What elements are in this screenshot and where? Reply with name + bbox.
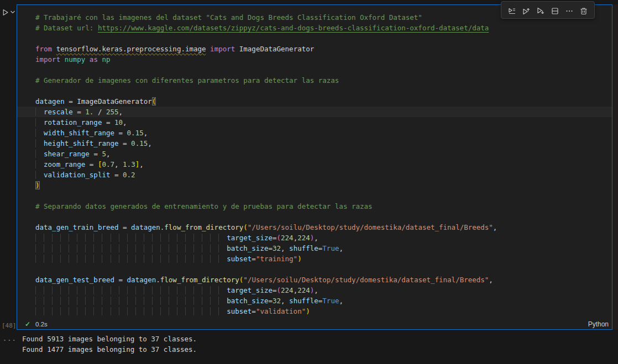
code-editor[interactable]: # Trabajaré con las imagenes del dataset…	[17, 5, 612, 319]
code-line[interactable]: subset="validation")	[17, 306, 612, 316]
notebook-cell: # Trabajaré con las imagenes del dataset…	[17, 4, 612, 330]
code-line[interactable]: datagen = ImageDataGenerator(	[17, 96, 612, 107]
code-line[interactable]: data_gen_test_breed = datagen.flow_from_…	[17, 275, 612, 285]
code-line[interactable]: # Dataset url: https://www.kaggle.com/da…	[17, 23, 612, 33]
output-line: Found 1477 images belonging to 37 classe…	[22, 344, 197, 355]
run-cell-button[interactable]	[1, 7, 17, 18]
code-line[interactable]: shear_range = 5,	[17, 149, 612, 159]
code-line[interactable]	[17, 86, 612, 96]
cell-status-bar: ✓ 0.2s Python	[17, 319, 612, 329]
code-line[interactable]: target_size=(224,224),	[17, 233, 612, 243]
chevron-down-icon[interactable]	[10, 9, 15, 15]
notebook-editor: # Trabajaré con las imagenes del dataset…	[0, 0, 618, 364]
language-picker[interactable]: Python	[588, 320, 609, 328]
code-line[interactable]: batch_size=32, shuffle=True,	[17, 296, 612, 306]
code-line[interactable]: from tensorflow.keras.preprocessing.imag…	[17, 44, 612, 54]
code-line[interactable]: target_size=(224,224),	[17, 285, 612, 296]
code-line[interactable]: rotation_range = 10,	[17, 117, 612, 128]
code-line[interactable]: validation_split = 0.2	[17, 170, 612, 180]
code-line[interactable]	[17, 191, 612, 201]
code-lines: # Trabajaré con las imagenes del dataset…	[17, 12, 612, 316]
code-line[interactable]	[17, 264, 612, 275]
code-line[interactable]: zoom_range = [0.7, 1.3],	[17, 159, 612, 170]
execution-duration: 0.2s	[35, 321, 48, 328]
code-line[interactable]: )	[17, 180, 612, 191]
code-line[interactable]	[17, 65, 612, 75]
run-cell-play-icon	[1, 8, 9, 17]
code-line[interactable]: batch_size=32, shuffle=True,	[17, 243, 612, 254]
check-icon: ✓	[25, 320, 30, 328]
scrollbar[interactable]	[613, 4, 618, 330]
code-line[interactable]: # Trabajaré con las imagenes del dataset…	[17, 12, 612, 23]
output-line: Found 5913 images belonging to 37 classe…	[22, 334, 197, 344]
code-line[interactable]	[17, 212, 612, 222]
code-line[interactable]	[17, 33, 612, 44]
output-collapse-button[interactable]: ...	[3, 335, 17, 342]
code-line[interactable]: subset="training")	[17, 254, 612, 264]
output-lines: Found 5913 images belonging to 37 classe…	[22, 334, 197, 355]
execution-count: [48]	[2, 322, 17, 329]
code-line[interactable]: # Generador de imagenes con diferentes p…	[17, 75, 612, 86]
code-line[interactable]: data_gen_train_breed = datagen.flow_from…	[17, 222, 612, 233]
code-line[interactable]: rescale = 1. / 255,	[17, 107, 612, 117]
code-line[interactable]: width_shift_range = 0.15,	[17, 128, 612, 138]
code-line[interactable]: import numpy as np	[17, 54, 612, 65]
code-line[interactable]: height_shift_range = 0.15,	[17, 138, 612, 149]
code-line[interactable]: # Separando datos generados de entrenami…	[17, 201, 612, 212]
